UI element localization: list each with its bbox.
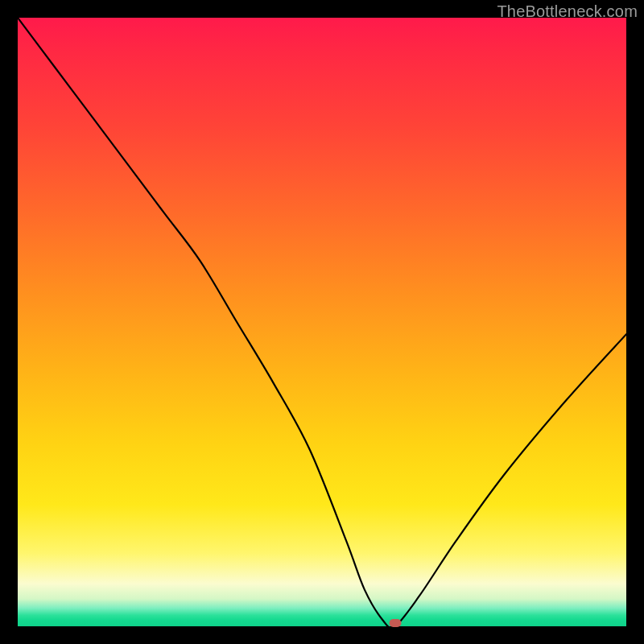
watermark-text: TheBottleneck.com <box>497 2 638 21</box>
bottleneck-curve <box>18 18 626 626</box>
chart-frame: TheBottleneck.com <box>0 0 644 644</box>
optimal-point-marker <box>389 619 401 627</box>
curve-svg <box>18 18 626 626</box>
gradient-plot-area <box>18 18 626 626</box>
